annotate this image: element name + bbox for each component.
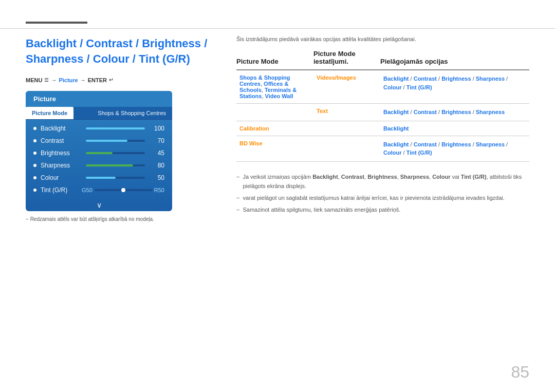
right-intro: Šis izstrādājums piedāvā vairākas opcija… <box>236 36 529 42</box>
menu-path: MENU ☰ → Picture → ENTER ↵ <box>26 77 216 83</box>
page-number: 85 <box>511 363 529 382</box>
col-header-options: Pielāgojamās opcijas <box>380 50 529 70</box>
enter-icon: ↵ <box>109 77 114 83</box>
enter-label: ENTER <box>88 77 107 83</box>
value-contrast: 70 <box>149 137 164 144</box>
fill-colour <box>86 177 116 179</box>
cell-options-2: Backlight / Contrast / Brightness / Shar… <box>380 104 529 121</box>
table-row: BD Wise Backlight / Contrast / Brightnes… <box>236 136 529 161</box>
note-dash-2: − <box>236 193 239 203</box>
tab-shops[interactable]: Shops & Shopping Centres <box>91 107 172 119</box>
note-item-2: − varat pielāgot un saglabāt iestatījumu… <box>236 193 529 203</box>
note-dash-3: − <box>236 205 239 215</box>
row-colour: Colour 50 <box>26 172 172 184</box>
note-text-3: Samazinot attēla spilgtumu, tiek samazin… <box>243 205 529 215</box>
cell-setting-4 <box>313 136 380 161</box>
cell-mode-2 <box>236 104 313 121</box>
panel-tabs: Picture Mode Shops & Shopping Centres <box>26 107 172 120</box>
panel-chevron[interactable]: ∨ <box>26 199 172 211</box>
row-contrast: Contrast 70 <box>26 135 172 147</box>
cell-options-1: Backlight / Contrast / Brightness / Shar… <box>380 70 529 104</box>
menu-label: MENU <box>26 77 42 83</box>
row-backlight: Backlight 100 <box>26 122 172 135</box>
tint-bar-wrap: G50 R50 <box>82 187 164 193</box>
note-item-3: − Samazinot attēla spilgtumu, tiek samaz… <box>236 205 529 215</box>
cell-setting-2: Text <box>313 104 380 121</box>
top-line <box>0 28 555 29</box>
col-header-setting: Picture Mode iestatījumi. <box>313 50 380 70</box>
label-backlight: Backlight <box>41 125 82 132</box>
value-colour: 50 <box>149 174 164 181</box>
dot-backlight <box>33 127 36 130</box>
bar-contrast[interactable] <box>86 140 145 142</box>
content-area: Backlight / Contrast / Brightness / Shar… <box>26 31 529 377</box>
panel-header: Picture <box>26 91 172 107</box>
picture-link: Picture <box>59 77 78 83</box>
menu-icon: ☰ <box>44 77 49 83</box>
left-column: Backlight / Contrast / Brightness / Shar… <box>26 31 216 377</box>
tint-right-value: R50 <box>154 187 164 193</box>
dot-sharpness <box>33 164 36 167</box>
page: Backlight / Contrast / Brightness / Shar… <box>0 0 555 392</box>
picture-panel: Picture Picture Mode Shops & Shopping Ce… <box>26 91 172 211</box>
panel-rows: Backlight 100 Contrast 70 <box>26 120 172 199</box>
dot-tint <box>33 189 36 192</box>
cell-mode-4: BD Wise <box>236 136 313 161</box>
note-dash-1: − <box>236 172 239 191</box>
table-row: Calibration Backlight <box>236 121 529 136</box>
bar-brightness[interactable] <box>86 152 145 154</box>
bar-sharpness[interactable] <box>86 164 145 166</box>
bar-colour[interactable] <box>86 177 145 179</box>
row-sharpness: Sharpness 80 <box>26 159 172 172</box>
cell-mode-1: Shops & Shopping Centres, Offices & Scho… <box>236 70 313 104</box>
value-backlight: 100 <box>149 125 164 132</box>
info-table: Picture Mode Picture Mode iestatījumi. P… <box>236 50 529 162</box>
fill-sharpness <box>86 164 133 166</box>
value-brightness: 45 <box>149 150 164 157</box>
cell-options-3: Backlight <box>380 121 529 136</box>
arrow1: → <box>51 77 57 83</box>
dot-contrast <box>33 139 36 142</box>
fill-contrast <box>86 140 127 142</box>
left-bar <box>26 22 87 24</box>
label-colour: Colour <box>41 174 82 181</box>
left-footer: Redzamais attēls var būt atšķirīgs atkar… <box>26 216 216 222</box>
note-text-1: Ja veiksit izmaiņas opcijām Backlight, C… <box>243 172 529 191</box>
dot-colour <box>33 176 36 179</box>
value-sharpness: 80 <box>149 162 164 169</box>
col-header-mode: Picture Mode <box>236 50 313 70</box>
tint-left-value: G50 <box>82 187 92 193</box>
row-tint: Tint (G/R) G50 R50 <box>26 184 172 196</box>
row-brightness: Brightness 45 <box>26 147 172 159</box>
label-contrast: Contrast <box>41 137 82 144</box>
notes-section: − Ja veiksit izmaiņas opcijām Backlight,… <box>236 172 529 215</box>
tab-picture-mode[interactable]: Picture Mode <box>26 107 73 119</box>
cell-setting-1: Videos/Images <box>313 70 380 104</box>
tint-marker <box>121 188 125 192</box>
cell-mode-3: Calibration <box>236 121 313 136</box>
bar-backlight[interactable] <box>86 127 145 129</box>
fill-brightness <box>86 152 113 154</box>
dot-brightness <box>33 152 36 155</box>
note-text-2: varat pielāgot un saglabāt iestatījumus … <box>243 193 529 203</box>
fill-backlight <box>86 127 145 129</box>
label-tint: Tint (G/R) <box>41 186 82 194</box>
main-title: Backlight / Contrast / Brightness / Shar… <box>26 36 216 66</box>
cell-options-4: Backlight / Contrast / Brightness / Shar… <box>380 136 529 161</box>
right-column: Šis izstrādājums piedāvā vairākas opcija… <box>231 31 529 377</box>
table-row: Text Backlight / Contrast / Brightness /… <box>236 104 529 121</box>
label-brightness: Brightness <box>41 150 82 157</box>
cell-setting-3 <box>313 121 380 136</box>
note-item-1: − Ja veiksit izmaiņas opcijām Backlight,… <box>236 172 529 191</box>
table-row: Shops & Shopping Centres, Offices & Scho… <box>236 70 529 104</box>
tint-bar[interactable] <box>95 189 152 191</box>
label-sharpness: Sharpness <box>41 162 82 169</box>
arrow2: → <box>80 77 86 83</box>
